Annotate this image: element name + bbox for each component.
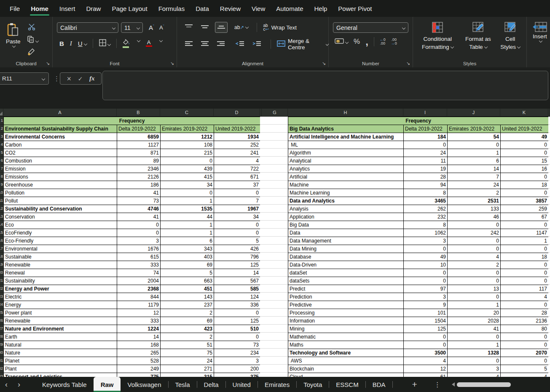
row-number[interactable]: 31	[0, 357, 3, 365]
center-align-button[interactable]	[199, 39, 211, 49]
frequency-value-cell[interactable]: 2	[448, 261, 501, 269]
frequency-value-cell[interactable]: 0	[404, 341, 448, 349]
frequency-value-cell[interactable]: 1	[161, 221, 214, 229]
frequency-value-cell[interactable]: 8	[404, 189, 448, 197]
keyword-cell[interactable]: CO2	[4, 149, 117, 157]
keyword-cell[interactable]: Machine Learning	[288, 189, 404, 197]
frequency-value-cell[interactable]: 2028	[448, 317, 501, 325]
frequency-value-cell[interactable]: 16	[501, 165, 549, 173]
frequency-value-cell[interactable]: 34	[161, 181, 214, 189]
frequency-value-cell[interactable]: 6859	[117, 133, 161, 141]
frequency-value-cell[interactable]: 11	[404, 157, 448, 165]
frequency-value-cell[interactable]: 2	[161, 333, 214, 341]
frequency-value-cell[interactable]: 37	[214, 181, 260, 189]
row-number[interactable]: 13	[0, 213, 3, 221]
column-header-A[interactable]: A	[3, 109, 117, 117]
sheet-prev-icon[interactable]: ‹	[0, 377, 13, 392]
row-number[interactable]: 30	[0, 349, 3, 357]
frequency-value-cell[interactable]: 1147	[501, 229, 549, 237]
frequency-value-cell[interactable]: 12	[404, 365, 448, 373]
paste-dropdown-chevron[interactable]	[12, 44, 16, 48]
orientation-button[interactable]: ab↗	[234, 24, 248, 30]
bottom-align-button[interactable]	[215, 22, 228, 33]
frequency-value-cell[interactable]: 241	[214, 149, 260, 157]
frequency-value-cell[interactable]: 0	[117, 229, 161, 237]
frequency-value-cell[interactable]: 1	[448, 341, 501, 349]
grow-font-button[interactable]: Aˆ	[149, 24, 154, 31]
keyword-cell[interactable]: Artificial Intelligence and Machine Lear…	[288, 133, 404, 141]
keyword-cell[interactable]: Transport and Logistics	[4, 373, 117, 377]
frequency-value-cell[interactable]: 12	[117, 309, 161, 317]
keyword-cell[interactable]: AWS	[288, 357, 404, 365]
number-dialog-launcher-icon[interactable]: ↘	[406, 61, 410, 66]
frequency-value-cell[interactable]: 0	[448, 333, 501, 341]
cell-styles-button[interactable]: Cell Styles	[499, 22, 521, 51]
frequency-value-cell[interactable]: 13	[448, 285, 501, 293]
frequency-value-cell[interactable]: 0	[161, 189, 214, 197]
frequency-value-cell[interactable]: 3465	[404, 197, 448, 205]
row-number[interactable]: 16	[0, 237, 3, 245]
frequency-value-cell[interactable]: 1676	[117, 245, 161, 253]
more-vertical-icon[interactable]: ⋮	[54, 75, 60, 83]
frequency-value-cell[interactable]: 69	[161, 261, 214, 269]
comma-style-button[interactable]: ,	[365, 40, 368, 44]
row-number[interactable]: 7	[0, 165, 3, 173]
frequency-value-cell[interactable]: 34	[214, 213, 260, 221]
frequency-value-cell[interactable]: 0	[404, 333, 448, 341]
frequency-value-cell[interactable]: 1535	[161, 205, 214, 213]
frequency-value-cell[interactable]: 108	[161, 141, 214, 149]
column-header-D[interactable]: D	[214, 109, 260, 117]
row-number[interactable]: 32	[0, 365, 3, 373]
keyword-cell[interactable]: Big Data	[288, 221, 404, 229]
frequency-value-cell[interactable]: 94	[404, 181, 448, 189]
frequency-value-cell[interactable]: 101	[404, 309, 448, 317]
merge-centre-button[interactable]: Merge & Centre	[277, 38, 328, 51]
frequency-value-cell[interactable]: 0	[501, 357, 549, 365]
frequency-value-cell[interactable]: 10	[404, 261, 448, 269]
frequency-value-cell[interactable]: 262	[404, 205, 448, 213]
keyword-cell[interactable]: Sustainable	[4, 253, 117, 261]
value-column-header[interactable]: Emirates 2019-2022	[448, 125, 501, 133]
keyword-cell[interactable]: Nature	[4, 349, 117, 357]
frequency-value-cell[interactable]: 333	[117, 261, 161, 269]
frequency-value-cell[interactable]: 3	[214, 357, 260, 365]
frequency-value-cell[interactable]: 0	[501, 149, 549, 157]
keyword-cell[interactable]: Eco-Friendly	[4, 237, 117, 245]
sheet-tab-esscm[interactable]: ESSCM	[329, 377, 365, 392]
frequency-value-cell[interactable]: 75	[161, 349, 214, 357]
keyword-cell[interactable]: Machine	[288, 181, 404, 189]
frequency-value-cell[interactable]: 24	[448, 181, 501, 189]
keyword-cell[interactable]: Environmental	[4, 245, 117, 253]
frequency-value-cell[interactable]: 1	[501, 237, 549, 245]
frequency-value-cell[interactable]: 0	[501, 333, 549, 341]
frequency-value-cell[interactable]: 61	[404, 373, 448, 377]
bold-button[interactable]: B	[59, 40, 64, 47]
frequency-value-cell[interactable]: 0	[501, 141, 549, 149]
row-number[interactable]: 29	[0, 341, 3, 349]
keyword-cell[interactable]: ML	[288, 141, 404, 149]
keyword-cell[interactable]: Natural	[4, 341, 117, 349]
frequency-value-cell[interactable]: 722	[214, 165, 260, 173]
keyword-cell[interactable]: Energy	[4, 301, 117, 309]
frequency-value-cell[interactable]: 0	[448, 277, 501, 285]
sheet-tab-toyota[interactable]: Toyota	[297, 377, 329, 392]
frequency-value-cell[interactable]: 0	[404, 245, 448, 253]
frequency-value-cell[interactable]: 4746	[117, 205, 161, 213]
cut-button[interactable]	[27, 24, 38, 32]
frequency-value-cell[interactable]: 69	[161, 317, 214, 325]
frequency-value-cell[interactable]: 252	[214, 141, 260, 149]
menu-tab-page-layout[interactable]: Page Layout	[106, 0, 153, 17]
shrink-font-button[interactable]: Aˇ	[159, 24, 164, 31]
row-number[interactable]: 25	[0, 309, 3, 317]
keyword-cell[interactable]: Conservation	[4, 213, 117, 221]
column-header-sliver[interactable]	[548, 109, 550, 117]
frequency-value-cell[interactable]: 80	[501, 325, 549, 333]
number-format-select[interactable]: General	[333, 22, 408, 33]
frequency-value-cell[interactable]: 2346	[117, 165, 161, 173]
frequency-value-cell[interactable]: 585	[214, 285, 260, 293]
frequency-value-cell[interactable]: 49	[501, 133, 549, 141]
frequency-value-cell[interactable]: 271	[161, 365, 214, 373]
frequency-value-cell[interactable]: 5	[161, 269, 214, 277]
column-header-H[interactable]: H	[288, 109, 403, 117]
frequency-value-cell[interactable]: 24	[161, 357, 214, 365]
